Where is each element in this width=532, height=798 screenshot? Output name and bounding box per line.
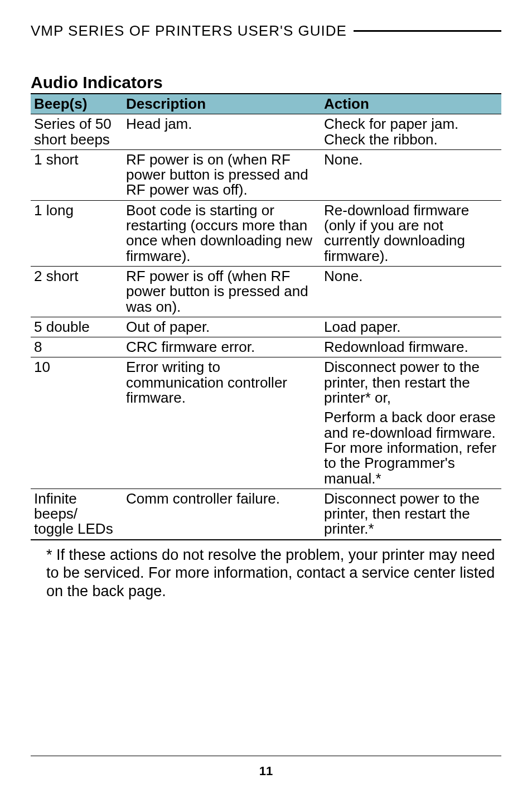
header-beeps: Beep(s)	[31, 94, 123, 114]
cell-action: Disconnect power to the printer, then re…	[321, 357, 501, 408]
table-row: 8 CRC firmware error. Redownload firmwar…	[31, 337, 501, 357]
table-header-row: Beep(s) Description Action	[31, 94, 501, 114]
document-header: VMP SERIES OF PRINTERS USER'S GUIDE	[31, 22, 501, 40]
cell-action: None.	[321, 266, 501, 317]
cell-description: Boot code is starting or restarting (occ…	[123, 200, 321, 266]
table-row: 10 Error writing to communication contro…	[31, 357, 501, 408]
cell-action: Redownload firmware.	[321, 337, 501, 357]
cell-beeps: 1 short	[31, 149, 123, 200]
cell-description: Error writing to communication controlle…	[123, 357, 321, 408]
cell-action: Perform a back door erase and re-downloa…	[321, 408, 501, 489]
table-row: Perform a back door erase and re-downloa…	[31, 408, 501, 489]
audio-indicators-table: Beep(s) Description Action Series of 50 …	[31, 93, 501, 540]
cell-description: CRC firmware error.	[123, 337, 321, 357]
cell-beeps: 1 long	[31, 200, 123, 266]
cell-beeps	[31, 408, 123, 489]
cell-action: Disconnect power to the printer, then re…	[321, 489, 501, 539]
table-row: Infinite beeps/ toggle LEDs Comm control…	[31, 489, 501, 539]
cell-beeps: Series of 50 short beeps	[31, 114, 123, 150]
cell-description: RF power is on (when RF power button is …	[123, 149, 321, 200]
table-row: Series of 50 short beeps Head jam. Check…	[31, 114, 501, 150]
cell-description: Head jam.	[123, 114, 321, 150]
cell-action: Re-download firmware (only if you are no…	[321, 200, 501, 266]
table-row: 1 long Boot code is starting or restarti…	[31, 200, 501, 266]
cell-beeps: 2 short	[31, 266, 123, 317]
cell-action: None.	[321, 149, 501, 200]
header-rule	[354, 30, 501, 32]
header-description: Description	[123, 94, 321, 114]
header-action: Action	[321, 94, 501, 114]
cell-action: Load paper.	[321, 317, 501, 337]
cell-description: RF power is off (when RF power button is…	[123, 266, 321, 317]
cell-beeps: Infinite beeps/ toggle LEDs	[31, 489, 123, 539]
cell-description: Comm controller failure.	[123, 489, 321, 539]
section-title: Audio Indicators	[31, 73, 501, 92]
cell-action: Check for paper jam. Check the ribbon.	[321, 114, 501, 150]
footnote: * If these actions do not resolve the pr…	[46, 546, 496, 600]
cell-description	[123, 408, 321, 489]
table-row: 5 double Out of paper. Load paper.	[31, 317, 501, 337]
cell-beeps: 5 double	[31, 317, 123, 337]
cell-beeps: 8	[31, 337, 123, 357]
document-title: VMP SERIES OF PRINTERS USER'S GUIDE	[31, 22, 347, 40]
cell-beeps: 10	[31, 357, 123, 408]
table-row: 2 short RF power is off (when RF power b…	[31, 266, 501, 317]
table-row: 1 short RF power is on (when RF power bu…	[31, 149, 501, 200]
page-number: 11	[0, 764, 532, 778]
cell-description: Out of paper.	[123, 317, 321, 337]
bottom-rule	[31, 756, 501, 757]
